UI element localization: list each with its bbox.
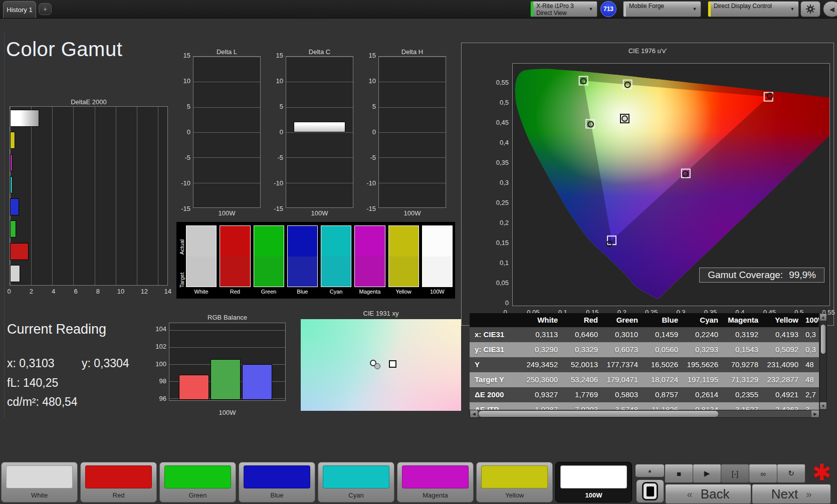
table-row: x: CIE310,31130,64600,30100,14590,22400,… bbox=[470, 327, 819, 342]
add-tab-button[interactable]: + bbox=[39, 3, 52, 15]
table-cell-clipped: 2,7 bbox=[802, 387, 819, 402]
next-button[interactable]: Next » bbox=[752, 484, 831, 504]
axis-tick: 4 bbox=[51, 288, 57, 295]
delta-c-chart bbox=[286, 56, 353, 208]
source-dropdown[interactable]: Mobile Forge ▼ bbox=[623, 1, 701, 17]
scroll-left-icon[interactable]: ◀ bbox=[470, 410, 478, 417]
pattern-button-blue[interactable]: Blue bbox=[239, 462, 315, 502]
table-cell: 0,2240 bbox=[682, 327, 722, 342]
target-swatch bbox=[389, 257, 418, 287]
pattern-button-yellow[interactable]: Yellow bbox=[476, 462, 553, 502]
column-header: Magenta bbox=[722, 313, 762, 327]
measured-marker-green bbox=[581, 79, 586, 84]
chevrons-right-icon: » bbox=[806, 488, 811, 500]
axis-tick: -5 bbox=[184, 154, 190, 161]
measured-point-marker bbox=[374, 363, 380, 369]
table-cell-clipped: 0,3 bbox=[802, 342, 819, 357]
pattern-button-green[interactable]: Green bbox=[159, 462, 236, 502]
workflow-label: Direct Display Control bbox=[711, 2, 786, 17]
asterisk-icon: ✱ bbox=[812, 459, 831, 485]
delta-c-y-axis: 151050-5-10-15 bbox=[269, 52, 283, 212]
table-cell: 0,2614 bbox=[682, 387, 722, 402]
table-cell: 197,1195 bbox=[682, 372, 722, 387]
target-swatch bbox=[186, 257, 216, 287]
column-header: Red bbox=[562, 313, 602, 327]
swatch-column-green: Green bbox=[254, 225, 284, 298]
pattern-button-white[interactable]: White bbox=[1, 462, 78, 502]
axis-tick: 0,45 bbox=[496, 119, 509, 126]
axis-tick: 0,4 bbox=[500, 139, 509, 146]
delta-l-chart bbox=[193, 56, 261, 208]
scroll-down-icon[interactable]: ▼ bbox=[820, 402, 826, 409]
meter-reading-badge[interactable]: 713 bbox=[600, 1, 616, 17]
cie1931-title: CIE 1931 xy bbox=[301, 310, 461, 317]
workflow-dropdown[interactable]: Direct Display Control ▼ bbox=[708, 1, 799, 17]
table-cell: 0,2355 bbox=[722, 387, 762, 402]
rgb-balance-title: RGB Balance bbox=[169, 314, 286, 321]
chevron-down-icon: ▼ bbox=[786, 2, 798, 17]
axis-tick: 0 bbox=[505, 299, 509, 307]
single-measure-button[interactable]: ▶ bbox=[693, 464, 721, 483]
target-swatch bbox=[321, 257, 351, 287]
pattern-swatch bbox=[402, 465, 469, 488]
target-swatch bbox=[288, 257, 317, 287]
pattern-swatch bbox=[323, 465, 389, 488]
arrow-up-icon: ▲ bbox=[648, 468, 653, 473]
table-cell: 195,5626 bbox=[682, 357, 722, 372]
deltae-bar-green bbox=[10, 220, 16, 237]
axis-tick: 100 bbox=[155, 360, 166, 368]
delta-c-bar bbox=[294, 122, 346, 132]
table-cell: 0,3010 bbox=[602, 327, 642, 342]
pattern-swatch bbox=[481, 465, 548, 488]
axis-tick: 10 bbox=[276, 77, 283, 85]
axis-tick: 0 bbox=[372, 128, 376, 136]
row-label: x: CIE31 bbox=[470, 327, 522, 342]
actual-label: Actual bbox=[179, 239, 185, 255]
axis-tick: -15 bbox=[274, 205, 283, 212]
deltae-x-axis: 02468101214 bbox=[6, 288, 171, 295]
refresh-measure-button[interactable]: ↻ bbox=[777, 464, 805, 483]
back-button-label: Back bbox=[701, 486, 730, 502]
pattern-button-cyan[interactable]: Cyan bbox=[318, 462, 394, 502]
table-horizontal-scrollbar[interactable]: ◀ ▶ bbox=[470, 410, 819, 418]
back-button[interactable]: « Back bbox=[665, 484, 751, 504]
pattern-button-red[interactable]: Red bbox=[80, 462, 157, 502]
swatch-row-labels: Actual Target bbox=[177, 225, 186, 298]
pattern-button-100w[interactable]: 100W bbox=[555, 462, 632, 502]
interval-measure-button[interactable]: [-] bbox=[721, 464, 749, 483]
axis-tick: 96 bbox=[159, 395, 166, 402]
collapse-panel-button[interactable]: ◀ bbox=[823, 1, 837, 17]
horizontal-scroll-thumb[interactable] bbox=[479, 411, 718, 417]
vertical-scroll-thumb[interactable] bbox=[821, 325, 825, 354]
continuous-measure-button[interactable]: ∞ bbox=[749, 464, 777, 483]
next-button-label: Next bbox=[771, 486, 798, 502]
row-label: ΔE 2000 bbox=[470, 387, 522, 402]
table-vertical-scrollbar[interactable]: ▲ ▼ bbox=[819, 313, 827, 410]
axis-tick: 5 bbox=[372, 103, 376, 110]
chevron-down-icon: ▼ bbox=[585, 2, 597, 17]
pattern-button-magenta[interactable]: Magenta bbox=[397, 462, 474, 502]
stop-measure-button[interactable]: ■ bbox=[665, 464, 693, 483]
table-cell: 53,2406 bbox=[562, 372, 602, 387]
deltae-bar-red bbox=[10, 243, 29, 260]
swatch-label: Yellow bbox=[388, 287, 419, 298]
axis-tick: 0,55 bbox=[496, 79, 509, 86]
settings-button[interactable] bbox=[800, 1, 820, 17]
meter-dropdown[interactable]: X-Rite i1Pro 3 Direct View ▼ bbox=[530, 1, 597, 17]
pattern-window-up-button[interactable]: ▲ bbox=[635, 464, 665, 477]
scroll-right-icon[interactable]: ▶ bbox=[811, 410, 819, 417]
rgb-balance-bars bbox=[179, 324, 272, 400]
delta-h-y-axis: 151050-5-10-15 bbox=[362, 52, 376, 212]
deltae-bar-magenta bbox=[10, 154, 13, 171]
panel-divider bbox=[4, 31, 5, 418]
pattern-window-toggle-button[interactable] bbox=[636, 479, 664, 503]
gear-icon bbox=[805, 4, 815, 14]
pattern-buttons: WhiteRedGreenBlueCyanMagentaYellow100W bbox=[1, 462, 632, 502]
scroll-up-icon[interactable]: ▲ bbox=[820, 314, 826, 321]
autocal-button[interactable]: ✱ bbox=[812, 459, 831, 486]
axis-tick: 0 bbox=[280, 128, 283, 136]
cie1976-chart: Gamut Coverage: 99,9% bbox=[512, 63, 830, 306]
tab-history-1[interactable]: History 1 bbox=[3, 1, 36, 18]
measured-marker-yellow bbox=[625, 82, 631, 88]
swatch-column-red: Red bbox=[220, 225, 250, 298]
